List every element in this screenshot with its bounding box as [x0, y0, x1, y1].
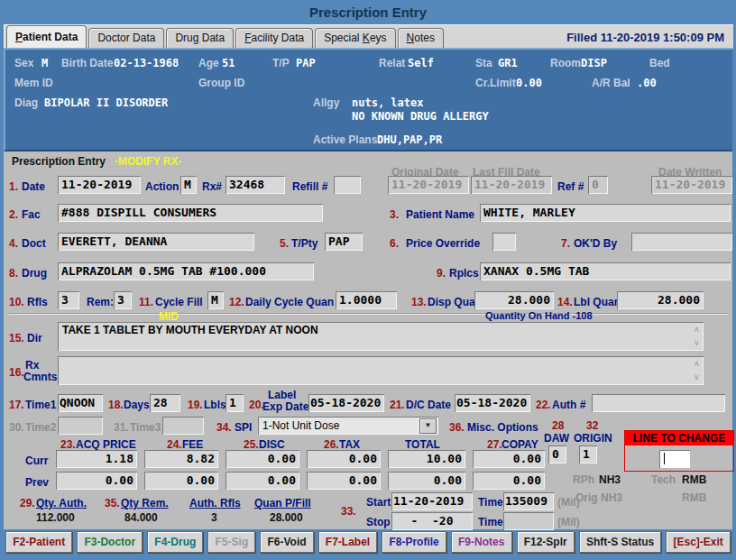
dir-scroll-down-icon[interactable]: ∨	[694, 339, 700, 347]
time3-label: Time3	[130, 421, 161, 434]
field11-num: 11.	[139, 296, 153, 308]
date-written-field: 11-20-2019	[651, 176, 732, 194]
rx-number-label: Rx#	[202, 180, 222, 193]
start-time-field[interactable]: 135009	[503, 492, 554, 510]
field5-num: 5.	[280, 237, 289, 250]
drug-field[interactable]: ALPRAZOLAM 0.5MG TAB #100.000	[58, 262, 314, 280]
spi-dropdown-arrow-icon[interactable]: ▼	[419, 418, 437, 434]
rfls-field[interactable]: 3	[58, 291, 79, 309]
rem-field[interactable]: 3	[114, 291, 132, 309]
tab-facility-data[interactable]: Facility Data	[235, 28, 313, 48]
age-value: 51	[222, 57, 235, 69]
tpty-label: T/Pty	[291, 237, 317, 250]
allergy-value: nuts, latex	[352, 96, 423, 109]
curr-tax-field[interactable]: 0.00	[307, 450, 381, 468]
qty-rem-label: Qty Rem.	[121, 497, 169, 510]
fee-header: FEE	[182, 438, 203, 451]
esc-exit-button[interactable]: [Esc]-Exit	[666, 531, 731, 553]
date-field[interactable]: 11-20-2019	[58, 176, 141, 194]
rplcs-field[interactable]: XANAX 0.5MG TAB	[480, 262, 731, 280]
auth-number-field[interactable]	[592, 394, 725, 412]
f7-label-button[interactable]: F7-Label	[318, 531, 378, 553]
line-to-change-input[interactable]	[659, 450, 690, 468]
prev-acq-price-field: 0.00	[56, 472, 137, 490]
allergy-label: Allgy	[313, 96, 339, 109]
tpty-field[interactable]: PAP	[325, 233, 363, 251]
field1-num: 1.	[9, 180, 18, 193]
lbl-quan-label: Lbl Quan	[574, 296, 621, 308]
f2-patient-button[interactable]: F2-Patient	[5, 531, 72, 553]
daw-field[interactable]: 0	[548, 445, 566, 464]
cr-limit-value: 0.00	[516, 77, 542, 89]
stop-label: Stop	[366, 516, 391, 528]
stop-date-field[interactable]: - -20	[391, 512, 473, 530]
shft-s-status-button[interactable]: Shft-S Status	[579, 531, 662, 553]
tab-patient-data[interactable]: Patient Data	[6, 25, 87, 48]
rx-cmnts-scroll-up-icon[interactable]: ∧	[694, 360, 700, 368]
dir-scroll-up-icon[interactable]: ∧	[694, 326, 700, 334]
directions-textarea[interactable]: TAKE 1 TABLET BY MOUTH EVERYDAY AT NOON	[58, 322, 704, 351]
f8-profile-button[interactable]: F8-Profile	[382, 531, 446, 553]
age-label: Age	[198, 57, 219, 69]
lbls-field[interactable]: 1	[225, 394, 244, 412]
f12-splr-button[interactable]: F12-Splr	[517, 531, 575, 553]
time1-field[interactable]: QNOON	[58, 394, 103, 412]
rplcs-label: Rplcs	[449, 267, 479, 280]
start-date-field[interactable]: 11-20-2019	[391, 492, 473, 510]
f9-notes-button[interactable]: F9-Notes	[451, 531, 512, 553]
facility-field[interactable]: #888 DISPILL CONSUMERS	[58, 204, 323, 222]
dc-date-field[interactable]: 05-18-2020	[455, 394, 530, 412]
origin-field[interactable]: 1	[579, 445, 597, 464]
disp-quan-label: Disp Quan	[428, 296, 482, 308]
refill-field[interactable]	[334, 176, 361, 194]
field3-num: 3.	[390, 208, 399, 221]
field31-num: 31.	[114, 421, 129, 434]
lbl-quan-field[interactable]: 28.000	[617, 291, 704, 309]
tab-drug-data[interactable]: Drug Data	[166, 28, 234, 48]
origin-label: ORIGIN	[574, 432, 612, 445]
daily-cycle-quan-field[interactable]: 1.0000	[336, 291, 397, 309]
tab-doctor-data[interactable]: Doctor Data	[88, 28, 164, 48]
patient-name-field[interactable]: WHITE, MARLEY	[480, 204, 731, 222]
rx-cmnts-scroll-down-icon[interactable]: ∨	[694, 373, 700, 381]
fac-label: Fac	[22, 208, 41, 221]
f4-drug-button[interactable]: F4-Drug	[147, 531, 203, 553]
rx-cmnts-label-1: Rx	[25, 359, 39, 372]
line-to-change-box: LINE TO CHANGE	[624, 430, 734, 472]
rph-value: NH3	[599, 473, 621, 486]
curr-acq-price-field[interactable]: 1.18	[56, 450, 137, 468]
prev-disc-field: 0.00	[225, 472, 299, 490]
price-override-field[interactable]	[492, 233, 516, 251]
filled-timestamp: Filled 11-20-2019 1:50:09 PM	[566, 31, 724, 44]
tab-notes[interactable]: Notes	[398, 28, 444, 48]
doctor-field[interactable]: EVERETT, DEANNA	[58, 233, 254, 251]
action-field[interactable]: M	[180, 176, 197, 194]
relat-value: Self	[408, 57, 434, 69]
rx-number-field[interactable]: 32468	[225, 176, 285, 194]
field14-num: 14.	[557, 296, 573, 308]
disp-quan-field[interactable]: 28.000	[474, 291, 554, 309]
birth-date-label: Birth Date	[61, 57, 113, 69]
okd-by-field[interactable]	[631, 233, 732, 251]
label-exp-date-field[interactable]: 05-18-2020	[308, 394, 384, 412]
rx-comments-textarea[interactable]	[58, 356, 704, 385]
f3-doctor-button[interactable]: F3-Doctor	[77, 531, 143, 553]
cycle-fill-field[interactable]: M	[207, 291, 224, 309]
curr-fee-field[interactable]: 8.82	[144, 450, 218, 468]
days-field[interactable]: 28	[150, 394, 180, 412]
curr-total-field: 10.00	[388, 450, 465, 468]
f6-void-button[interactable]: F6-Void	[260, 531, 313, 553]
refill-label: Refill #	[292, 180, 327, 193]
field34-num: 34.	[216, 421, 232, 434]
field13-num: 13.	[411, 296, 427, 308]
spi-dropdown[interactable]: 1-Not Unit Dose ▼	[258, 417, 438, 435]
field23-num: 23.	[60, 438, 76, 451]
curr-copay-field[interactable]: 0.00	[473, 450, 545, 468]
field36-num: 36.	[449, 421, 465, 434]
curr-disc-field[interactable]: 0.00	[225, 450, 299, 468]
tech-label: Tech	[651, 473, 676, 486]
field8-num: 8.	[9, 267, 18, 280]
field18-num: 18.	[108, 399, 124, 411]
prescription-entry-form: Prescription Entry -MODIFY RX- 1. Date 1…	[4, 151, 732, 529]
tab-special-keys[interactable]: Special Keys	[315, 28, 395, 48]
